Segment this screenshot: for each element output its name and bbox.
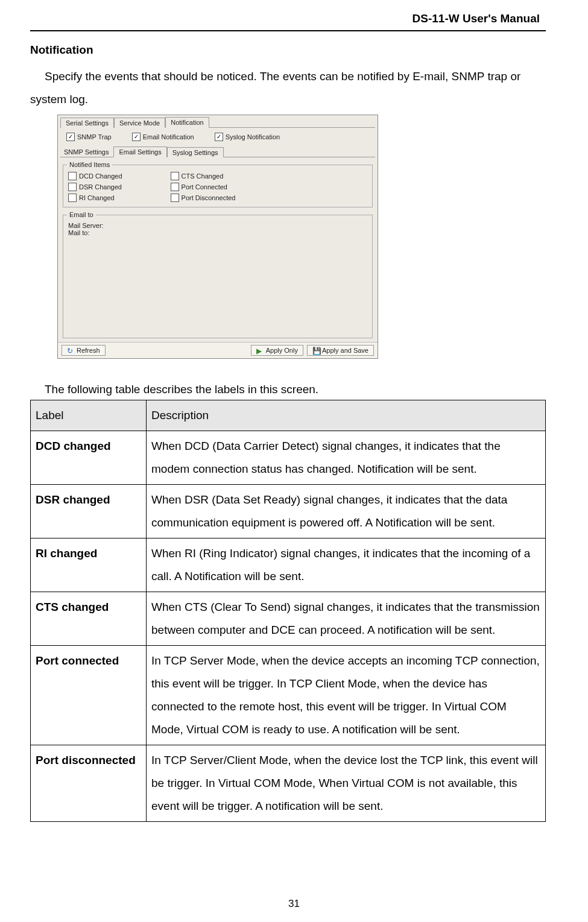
tab-email-settings[interactable]: Email Settings [113,147,166,157]
apply-save-button[interactable]: 💾 Apply and Save [307,345,374,356]
row-desc: When CTS (Clear To Send) signal changes,… [147,592,546,646]
top-tabs: Serial Settings Service Mode Notificatio… [58,115,378,127]
apply-only-button[interactable]: ▶ Apply Only [251,345,303,356]
check-label: DSR Changed [79,183,122,191]
row-desc: When RI (Ring Indicator) signal changes,… [147,538,546,592]
check-ri-changed[interactable]: RI Changed [68,194,122,202]
apply-icon: ▶ [256,347,264,354]
tab-serial-settings[interactable]: Serial Settings [60,118,114,128]
screenshot-footer: ↻ Refresh ▶ Apply Only 💾 Apply and Save [58,342,378,358]
page-header-title: DS-11-W User's Manual [30,12,546,25]
row-desc: When DSR (Data Set Ready) signal changes… [147,485,546,538]
table-intro: The following table describes the labels… [45,383,546,396]
row-desc: In TCP Server Mode, when the device acce… [147,646,546,745]
checkbox-icon [68,194,77,202]
section-intro: Specify the events that should be notice… [30,65,546,111]
section-title: Notification [30,43,546,57]
email-to-legend: Email to [67,211,96,218]
row-desc: In TCP Server/Client Mode, when the devi… [147,745,546,822]
th-label: Label [31,400,147,431]
fieldset-legend: Notified Items [67,161,112,168]
notification-type-row: SNMP Trap Email Notification Syslog Noti… [58,128,378,146]
row-label: Port disconnected [31,745,147,822]
notified-items-fieldset: Notified Items DCD Changed DSR Changed R… [63,161,373,207]
table-row: CTS changed When CTS (Clear To Send) sig… [31,592,546,646]
header-rule [30,30,546,31]
check-label: Port Disconnected [182,194,236,201]
description-table: Label Description DCD changed When DCD (… [30,400,546,822]
table-row: DCD changed When DCD (Data Carrier Detec… [31,431,546,485]
check-email-notification[interactable]: Email Notification [132,133,194,141]
table-row: Port disconnected In TCP Server/Client M… [31,745,546,822]
check-cts-changed[interactable]: CTS Changed [171,172,236,180]
check-label: RI Changed [79,194,115,201]
check-label: CTS Changed [182,172,224,180]
checkbox-icon [132,133,141,141]
tab-notification[interactable]: Notification [165,117,209,128]
checkbox-icon [171,194,179,202]
row-label: DSR changed [31,485,147,538]
checkbox-icon [66,133,75,141]
check-port-disconnected[interactable]: Port Disconnected [171,194,236,202]
tab-syslog-settings[interactable]: Syslog Settings [167,147,224,157]
checkbox-icon [171,172,179,180]
row-label: Port connected [31,646,147,745]
check-label: Port Connected [182,183,227,191]
refresh-label: Refresh [77,347,100,354]
email-to-fieldset: Email to Mail Server: Mail to: [63,211,373,338]
row-label: DCD changed [31,431,147,485]
table-row: RI changed When RI (Ring Indicator) sign… [31,538,546,592]
check-label: SNMP Trap [77,133,112,141]
refresh-icon: ↻ [67,347,74,354]
table-header-row: Label Description [31,400,546,431]
checkbox-icon [68,183,77,191]
mail-to-label: Mail to: [68,229,89,236]
apply-only-label: Apply Only [266,347,298,354]
snmp-settings-label: SNMP Settings [60,147,112,157]
mail-server-label: Mail Server: [68,222,104,229]
check-label: Email Notification [143,133,194,141]
check-label: Syslog Notification [226,133,280,141]
tab-service-mode[interactable]: Service Mode [114,118,165,128]
apply-save-label: Apply and Save [322,347,368,354]
row-label: CTS changed [31,592,147,646]
screenshot-panel: Serial Settings Service Mode Notificatio… [57,115,378,359]
check-snmp-trap[interactable]: SNMP Trap [66,133,112,141]
th-description: Description [147,400,546,431]
check-syslog-notification[interactable]: Syslog Notification [215,133,280,141]
table-row: DSR changed When DSR (Data Set Ready) si… [31,485,546,538]
refresh-button[interactable]: ↻ Refresh [62,345,106,356]
check-dcd-changed[interactable]: DCD Changed [68,172,122,180]
checkbox-icon [171,183,179,191]
checkbox-icon [68,172,77,180]
table-row: Port connected In TCP Server Mode, when … [31,646,546,745]
row-desc: When DCD (Data Carrier Detect) signal ch… [147,431,546,485]
row-label: RI changed [31,538,147,592]
check-port-connected[interactable]: Port Connected [171,183,236,191]
save-icon: 💾 [312,347,320,354]
page-number: 31 [0,898,588,910]
check-dsr-changed[interactable]: DSR Changed [68,183,122,191]
check-label: DCD Changed [79,172,122,180]
checkbox-icon [215,133,223,141]
